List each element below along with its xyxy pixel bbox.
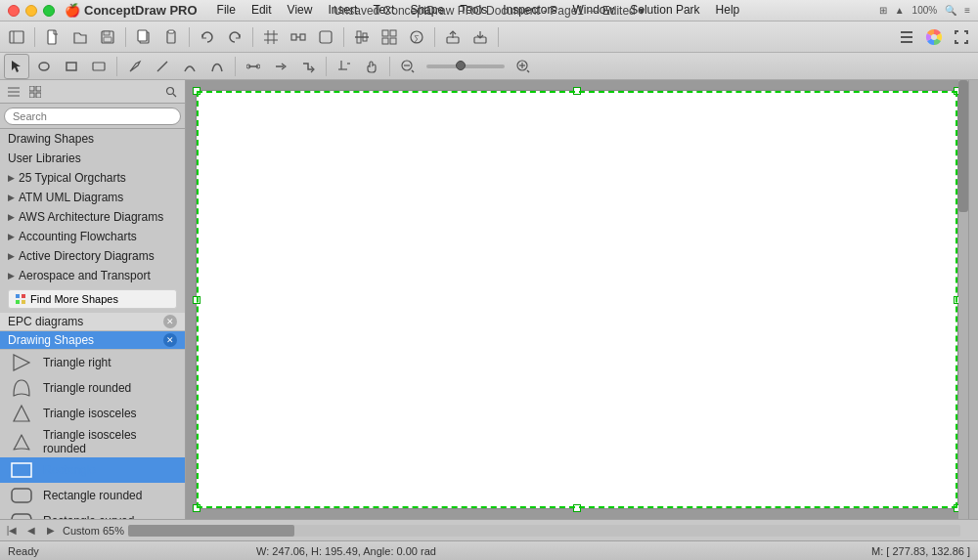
section-aerospace[interactable]: ▶ Aerospace and Transport <box>0 266 185 285</box>
panel-search-btn[interactable] <box>161 82 181 102</box>
line-tool-btn[interactable] <box>150 54 175 79</box>
triangle-isosceles-icon <box>8 403 35 424</box>
copy-btn[interactable] <box>131 24 156 50</box>
find-more-shapes-btn[interactable]: Find More Shapes <box>8 289 177 309</box>
rect-tool-btn[interactable] <box>59 54 84 79</box>
import-btn[interactable] <box>467 24 493 50</box>
menu-view[interactable]: View <box>280 1 321 19</box>
inspector-btn[interactable] <box>894 24 919 50</box>
svg-rect-35 <box>67 63 76 70</box>
symbol-btn[interactable]: ∑ <box>404 24 429 50</box>
section-aws[interactable]: ▶ AWS Architecture Diagrams <box>0 207 185 227</box>
new-doc-btn[interactable] <box>40 24 66 50</box>
control-center-icon[interactable]: ≡ <box>964 5 970 16</box>
handle-mid-left[interactable] <box>193 296 200 304</box>
handle-top-left[interactable] <box>193 87 200 95</box>
menu-help[interactable]: Help <box>708 1 748 19</box>
h-scroll-bar[interactable] <box>128 525 960 537</box>
shape-triangle-rounded[interactable]: Triangle rounded <box>0 375 185 401</box>
handle-bottom-center[interactable] <box>573 504 581 512</box>
fullscreen-btn[interactable] <box>949 24 974 50</box>
toggle-panel-btn[interactable] <box>4 24 29 50</box>
canvas-area[interactable] <box>186 80 968 519</box>
paste-btn[interactable] <box>158 24 184 50</box>
shape-triangle-isosceles-rounded[interactable]: Triangle isosceles rounded <box>0 426 185 457</box>
section-accounting[interactable]: ▶ Accounting Flowcharts <box>0 227 185 246</box>
toolbar-sep-6 <box>434 27 435 47</box>
section-active-directory[interactable]: ▶ Active Directory Diagrams <box>0 246 185 266</box>
vertical-scrollbar[interactable] <box>958 80 968 519</box>
connect-btn[interactable] <box>286 24 311 50</box>
page-next-btn[interactable]: ▶ <box>43 523 59 538</box>
smart-connect-btn[interactable] <box>295 54 321 79</box>
section-orgcharts[interactable]: ▶ 25 Typical Orgcharts <box>0 168 185 188</box>
close-button[interactable] <box>8 5 20 17</box>
minimize-button[interactable] <box>25 5 37 17</box>
color-wheel-btn[interactable] <box>921 24 947 50</box>
menu-edit[interactable]: Edit <box>244 1 280 19</box>
shape-rectangle[interactable]: Rectangle <box>0 457 185 483</box>
menu-file[interactable]: File <box>209 1 244 19</box>
section-atm-uml[interactable]: ▶ ATM UML Diagrams <box>0 188 185 207</box>
bezier-tool-btn[interactable] <box>204 54 230 79</box>
connect-line-btn[interactable] <box>241 54 266 79</box>
close-epc-btn[interactable]: ✕ <box>163 315 177 328</box>
shape-triangle-isosceles[interactable]: Triangle isosceles <box>0 401 185 426</box>
pinned-epc-diagrams[interactable]: EPC diagrams ✕ <box>0 313 185 331</box>
toolbar-2 <box>0 53 978 80</box>
toolbar-1: ∑ <box>0 22 978 53</box>
arc-tool-btn[interactable] <box>177 54 202 79</box>
find-more-shapes-section: Find More Shapes <box>0 285 185 313</box>
canvas-page[interactable] <box>196 90 958 509</box>
page-prev-btn[interactable]: ◀ <box>23 523 39 538</box>
hand-tool-btn[interactable] <box>359 54 384 79</box>
connect-arrow-btn[interactable] <box>268 54 293 79</box>
search-input[interactable] <box>4 108 181 125</box>
title-bar: 🍎 ConceptDraw PRO File Edit View Insert … <box>0 0 978 22</box>
pen-tool-btn[interactable] <box>122 54 148 79</box>
select-tool-btn[interactable] <box>4 54 29 79</box>
status-dimensions: W: 247.06, H: 195.49, Angle: 0.00 rad <box>256 545 722 557</box>
arrow-icon: ▶ <box>8 232 15 241</box>
undo-btn[interactable] <box>195 24 220 50</box>
crop-tool-btn[interactable] <box>332 54 357 79</box>
grid-icon[interactable]: ⊞ <box>879 5 887 16</box>
document-title: Unsaved ConceptDraw PRO Document - Page1… <box>333 4 645 18</box>
section-active-directory-label: Active Directory Diagrams <box>19 249 155 263</box>
text-tool-btn[interactable] <box>86 54 111 79</box>
zoom-minus-btn[interactable] <box>395 54 421 79</box>
zoom-label: Custom 65% <box>63 525 124 537</box>
export-btn[interactable] <box>440 24 466 50</box>
page-first-btn[interactable]: |◀ <box>4 523 20 538</box>
search-system-icon[interactable]: 🔍 <box>945 5 956 16</box>
svg-rect-68 <box>12 463 31 477</box>
shape-triangle-right[interactable]: Triangle right <box>0 350 185 375</box>
align-btn[interactable] <box>349 24 375 50</box>
search-bar <box>0 104 185 129</box>
open-doc-btn[interactable] <box>67 24 93 50</box>
zoom-slider[interactable] <box>426 65 505 68</box>
arrow-icon: ▶ <box>8 212 15 222</box>
save-doc-btn[interactable] <box>95 24 120 50</box>
maximize-button[interactable] <box>43 5 55 17</box>
zoom-plus-btn[interactable] <box>511 54 536 79</box>
pinned-drawing-shapes[interactable]: Drawing Shapes ✕ <box>0 331 185 350</box>
section-drawing-shapes[interactable]: Drawing Shapes <box>0 129 185 149</box>
section-user-libraries[interactable]: User Libraries <box>0 149 185 168</box>
group-btn[interactable] <box>377 24 402 50</box>
oval-tool-btn[interactable] <box>31 54 57 79</box>
handle-top-center[interactable] <box>573 87 581 95</box>
shape-rectangle-curved[interactable]: Rectangle curved <box>0 508 185 519</box>
svg-line-37 <box>157 62 167 71</box>
redo-btn[interactable] <box>222 24 247 50</box>
panel-grid-view-btn[interactable] <box>25 82 45 102</box>
h-scroll-thumb[interactable] <box>128 525 294 537</box>
apple-logo-icon[interactable]: 🍎 <box>65 3 80 18</box>
grid-btn[interactable] <box>258 24 284 50</box>
close-drawing-shapes-btn[interactable]: ✕ <box>163 333 177 347</box>
handle-bottom-left[interactable] <box>193 504 200 512</box>
v-scroll-thumb[interactable] <box>958 80 968 212</box>
shape-rectangle-rounded[interactable]: Rectangle rounded <box>0 483 185 508</box>
shape-btn[interactable] <box>313 24 338 50</box>
panel-list-view-btn[interactable] <box>4 82 23 102</box>
